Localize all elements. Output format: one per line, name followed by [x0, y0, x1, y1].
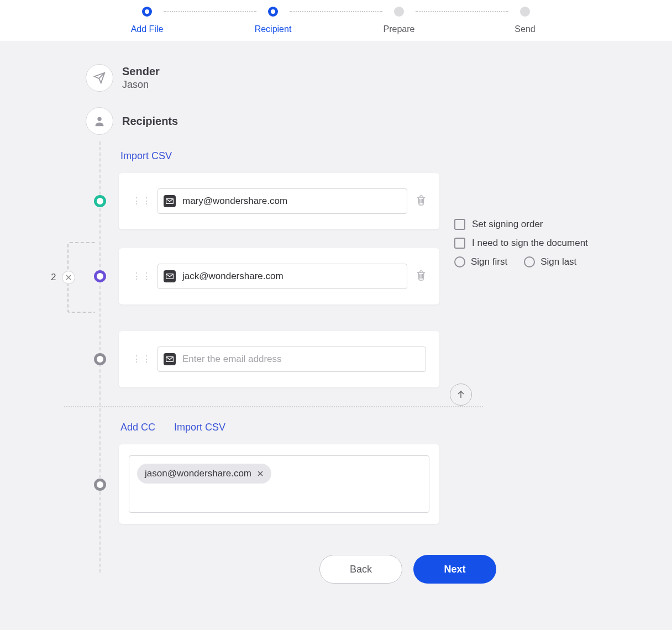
next-button[interactable]: Next: [413, 555, 496, 584]
cc-links: Add CC Import CSV: [120, 422, 672, 433]
trash-icon[interactable]: [416, 195, 426, 208]
drag-handle-icon[interactable]: ⋮⋮: [132, 275, 152, 278]
move-up-button[interactable]: [450, 384, 472, 406]
recipient-node-icon: [94, 270, 106, 282]
cc-input-area[interactable]: jason@wondershare.com: [129, 455, 429, 513]
drag-handle-icon[interactable]: ⋮⋮: [132, 200, 152, 203]
group-count: 2: [51, 272, 56, 283]
cc-card: jason@wondershare.com: [119, 444, 439, 524]
footer-buttons: Back Next: [144, 555, 672, 584]
email-box: [158, 188, 407, 214]
recipients-title: Recipients: [122, 115, 178, 128]
cc-chip-label: jason@wondershare.com: [145, 468, 251, 479]
radio-icon: [524, 256, 535, 267]
radio-label: Sign last: [540, 256, 576, 267]
step-connector: [164, 11, 256, 12]
step-dot-icon: [520, 7, 530, 17]
radio-label: Sign first: [471, 256, 507, 267]
main-content: Sender Jason Recipients Import CSV 2 ⋮⋮: [0, 42, 672, 584]
recipient-email-input[interactable]: [182, 271, 401, 282]
remove-group-button[interactable]: [62, 271, 75, 284]
envelope-icon: [164, 353, 176, 365]
step-label: Send: [514, 24, 535, 34]
envelope-icon: [164, 195, 176, 207]
recipient-email-input[interactable]: [182, 354, 420, 365]
step-label: Recipient: [255, 24, 292, 34]
sender-name: Jason: [122, 79, 160, 91]
back-button[interactable]: Back: [319, 555, 402, 584]
email-box: [158, 264, 407, 289]
email-box: [158, 347, 426, 372]
envelope-icon: [164, 270, 176, 282]
recipient-cards: ⋮⋮ ⋮⋮: [0, 173, 672, 387]
step-dot-icon: [268, 7, 278, 17]
recipient-node-icon: [94, 353, 106, 365]
group-bracket: 2: [67, 242, 95, 313]
recipient-card: ⋮⋮: [119, 173, 439, 229]
step-connector: [290, 11, 382, 12]
drag-handle-icon[interactable]: ⋮⋮: [132, 358, 152, 361]
option-label: Set signing order: [472, 219, 543, 230]
recipients-header: Recipients: [86, 107, 672, 135]
checkbox-icon[interactable]: [454, 238, 465, 249]
stepper: Add File Recipient Prepare Send: [130, 7, 542, 34]
step-dot-icon: [394, 7, 404, 17]
sign-position-radios: Sign first Sign last: [454, 256, 588, 267]
step-dot-icon: [142, 7, 152, 17]
step-prepare[interactable]: Prepare: [382, 7, 416, 34]
cc-node-icon: [94, 479, 106, 491]
svg-point-0: [97, 117, 101, 121]
cc-chip: jason@wondershare.com: [137, 464, 271, 484]
import-csv-cc-link[interactable]: Import CSV: [174, 422, 225, 433]
checkbox-icon[interactable]: [454, 219, 465, 230]
sign-last-radio[interactable]: Sign last: [524, 256, 576, 267]
recipient-email-input[interactable]: [182, 196, 401, 207]
sender-row: Sender Jason: [86, 64, 672, 92]
signing-options: Set signing order I need to sign the doc…: [454, 219, 588, 267]
add-cc-link[interactable]: Add CC: [120, 422, 155, 433]
import-csv-link[interactable]: Import CSV: [120, 150, 672, 162]
sender-title: Sender: [122, 65, 160, 78]
recipient-card: ⋮⋮: [119, 331, 439, 387]
paper-plane-icon: [86, 64, 113, 92]
step-recipient[interactable]: Recipient: [256, 7, 290, 34]
step-label: Prepare: [384, 24, 415, 34]
step-connector: [416, 11, 508, 12]
recipient-card: ⋮⋮: [119, 248, 439, 305]
section-divider: [64, 406, 483, 407]
option-label: I need to sign the document: [472, 238, 588, 249]
person-icon: [86, 107, 113, 135]
stepper-bar: Add File Recipient Prepare Send: [0, 0, 672, 42]
recipient-node-icon: [94, 195, 106, 207]
step-add-file[interactable]: Add File: [130, 7, 164, 34]
radio-icon: [454, 256, 465, 267]
step-send[interactable]: Send: [508, 7, 542, 34]
trash-icon[interactable]: [416, 270, 426, 283]
need-sign-option[interactable]: I need to sign the document: [454, 238, 588, 249]
close-icon[interactable]: [257, 470, 264, 477]
sign-first-radio[interactable]: Sign first: [454, 256, 507, 267]
set-signing-order-option[interactable]: Set signing order: [454, 219, 588, 230]
step-label: Add File: [131, 24, 164, 34]
